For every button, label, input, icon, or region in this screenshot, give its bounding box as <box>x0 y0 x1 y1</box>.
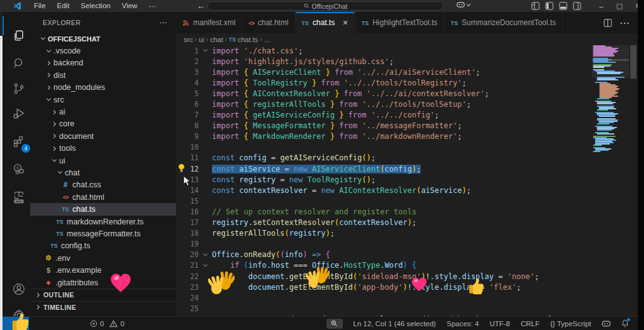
warnings-count[interactable]: 0 <box>120 320 124 327</box>
code-line-9[interactable]: 9import { MarkdownRenderer } from '../ma… <box>176 131 638 142</box>
code-line-21[interactable]: 21 if (info.host === Office.HostType.Wor… <box>176 260 638 271</box>
code-line-16[interactable]: 16// Set up context resolver and registe… <box>176 206 638 217</box>
sql-extension-icon[interactable]: S <box>9 159 29 179</box>
eol-sequence[interactable]: CRLF <box>521 320 540 327</box>
account-icon[interactable] <box>9 279 29 299</box>
code-line-15[interactable]: 15 <box>176 195 638 206</box>
tree-item-dist[interactable]: dist <box>30 69 176 81</box>
fold-icon[interactable] <box>203 48 208 53</box>
code-line-4[interactable]: 4import { ToolRegistry } from '../../too… <box>176 77 638 88</box>
code-line-7[interactable]: 7import { getAIServiceConfig } from '../… <box>176 110 638 121</box>
fold-icon[interactable] <box>203 263 208 268</box>
section-timeline[interactable]: TIMELINE <box>30 301 176 313</box>
copilot-menu-button[interactable] <box>457 1 471 8</box>
tree-item-chat.css[interactable]: #chat.css <box>30 179 176 191</box>
copilot-status-icon[interactable] <box>602 320 611 327</box>
zoom-indicator[interactable] <box>326 319 343 329</box>
tree-item-tools[interactable]: tools <box>30 143 176 155</box>
tree-item-src[interactable]: src <box>30 94 176 106</box>
code-line-10[interactable]: 10 <box>176 142 638 153</box>
code-line-14[interactable]: 14const contextResolver = new AIContextR… <box>176 185 638 195</box>
breadcrumb-item[interactable]: chat <box>210 36 223 43</box>
code-line-18[interactable]: 18registerAllTools(registry); <box>176 228 638 239</box>
code-line-19[interactable]: 19 <box>176 239 638 250</box>
code-line-1[interactable]: 1import './chat.css'; <box>176 45 638 56</box>
code-line-11[interactable]: 11const config = getAIServiceConfig(); <box>176 153 638 163</box>
tab-chat.html[interactable]: <>chat.html <box>242 12 295 33</box>
minimap[interactable] <box>592 45 629 316</box>
toggle-panel-icon[interactable] <box>559 2 567 10</box>
notifications-bell[interactable] <box>621 319 629 327</box>
menu-more-button[interactable]: ⋯ <box>143 2 162 11</box>
menu-selection[interactable]: Selection <box>75 0 116 12</box>
code-line-5[interactable]: 5import { AIContextResolver } from '../.… <box>176 88 638 99</box>
tree-item-OFFICEJSCHAT[interactable]: OFFICEJSCHAT <box>30 33 176 45</box>
menu-file[interactable]: File <box>28 0 52 12</box>
tree-item-markdownRenderer.ts[interactable]: TSmarkdownRenderer.ts <box>30 216 176 228</box>
code-line-24[interactable]: 24 <box>176 292 638 303</box>
breadcrumb-item[interactable]: chat.ts <box>238 36 258 43</box>
code-line-8[interactable]: 8import { MessageFormatter } from '../me… <box>176 121 638 131</box>
tree-item-document[interactable]: document <box>30 130 176 142</box>
editor-scrollbar[interactable] <box>629 45 638 316</box>
breadcrumb-item[interactable]: ui <box>199 36 204 43</box>
encoding[interactable]: UTF-8 <box>489 320 510 327</box>
breadcrumb-item[interactable]: src <box>184 36 193 43</box>
tree-item-.env.example[interactable]: $.env.example <box>30 264 176 276</box>
source-control-icon[interactable] <box>9 79 29 99</box>
tree-item-ai[interactable]: ai <box>30 106 176 118</box>
tree-item-messageFormatter.ts[interactable]: TSmessageFormatter.ts <box>30 228 176 239</box>
explorer-more-actions-button[interactable]: ⋯ <box>159 18 167 27</box>
customize-layout-icon[interactable] <box>531 2 540 10</box>
close-tab-icon[interactable]: ✕ <box>342 19 348 27</box>
cursor-position[interactable]: Ln 12, Col 1 (46 selected) <box>353 320 436 327</box>
code-line-2[interactable]: 2import 'highlight.js/styles/github.css'… <box>176 56 638 67</box>
menu-edit[interactable]: Edit <box>52 0 75 12</box>
tree-item-config.ts[interactable]: TSconfig.ts <box>30 240 176 252</box>
code-line-20[interactable]: 20Office.onReady((info) => { <box>176 250 638 260</box>
explorer-icon[interactable] <box>9 26 29 46</box>
section-outline[interactable]: OUTLINE <box>30 289 176 300</box>
indentation[interactable]: Spaces: 4 <box>447 320 479 327</box>
toggle-primary-sidebar-icon[interactable] <box>545 2 553 10</box>
maximize-button[interactable]: ▢ <box>613 2 626 10</box>
run-debug-icon[interactable] <box>9 104 29 124</box>
code-line-17[interactable]: 17registry.setContextResolver(contextRes… <box>176 217 638 228</box>
scrollbar-thumb[interactable] <box>630 45 636 79</box>
breadcrumb[interactable]: src›ui›chat›TSchat.ts›… <box>176 33 638 45</box>
tree-item-ui[interactable]: ui <box>30 155 176 167</box>
m365-toolkit-icon[interactable]: M365 <box>9 187 29 207</box>
tree-item-node_modules[interactable]: node_modules <box>30 82 176 94</box>
minimize-button[interactable]: – <box>594 3 608 10</box>
tree-item-backend[interactable]: backend <box>30 57 176 69</box>
tree-item-chat.ts[interactable]: TSchat.ts <box>30 203 176 215</box>
tab-chat.ts[interactable]: TSchat.ts✕ <box>296 12 355 33</box>
extensions-icon[interactable]: 4 <box>9 131 29 151</box>
tree-item-.vscode[interactable]: .vscode <box>30 45 176 57</box>
command-center-search[interactable]: OfficejsChat <box>208 1 443 11</box>
search-icon[interactable] <box>9 53 29 74</box>
tab-SummarizeDocumentTool.ts[interactable]: TSSummarizeDocumentTool.ts <box>445 12 564 33</box>
tree-item-core[interactable]: core <box>30 118 176 130</box>
code-editor[interactable]: 1import './chat.css';2import 'highlight.… <box>176 45 638 316</box>
fold-icon[interactable] <box>203 252 208 258</box>
language-mode[interactable]: {} TypeScript <box>550 320 591 327</box>
editor-more-actions-button[interactable]: ⋯ <box>619 17 630 29</box>
tree-item-.env[interactable]: ⚙.env <box>30 252 176 264</box>
tree-item-.gitattributes[interactable]: .gitattributes <box>30 277 176 289</box>
toggle-secondary-sidebar-icon[interactable] <box>573 2 581 10</box>
code-line-25[interactable]: 25 <box>176 303 638 314</box>
errors-count[interactable]: 0 <box>100 320 104 327</box>
tree-item-chat.html[interactable]: <>chat.html <box>30 191 176 203</box>
tab-HighlightTextTool.ts[interactable]: TSHighlightTextTool.ts <box>355 12 445 33</box>
menu-view[interactable]: View <box>116 0 143 12</box>
code-line-6[interactable]: 6import { registerAllTools } from '../..… <box>176 99 638 109</box>
lightbulb-icon[interactable] <box>177 163 186 172</box>
tab-manifest.xml[interactable]: manifest.xml <box>176 12 242 33</box>
code-line-3[interactable]: 3import { AIServiceClient } from '../../… <box>176 67 638 77</box>
split-editor-icon[interactable] <box>604 19 612 27</box>
code-line-22[interactable]: 22 document.getElementById('sideload-msg… <box>176 271 638 282</box>
code-line-12[interactable]: 12const aiService = new AIServiceClient(… <box>176 163 638 174</box>
code-line-13[interactable]: 13const registry = new ToolRegistry(); <box>176 174 638 185</box>
code-line-23[interactable]: 23 document.getElementById('app-body')!.… <box>176 282 638 292</box>
